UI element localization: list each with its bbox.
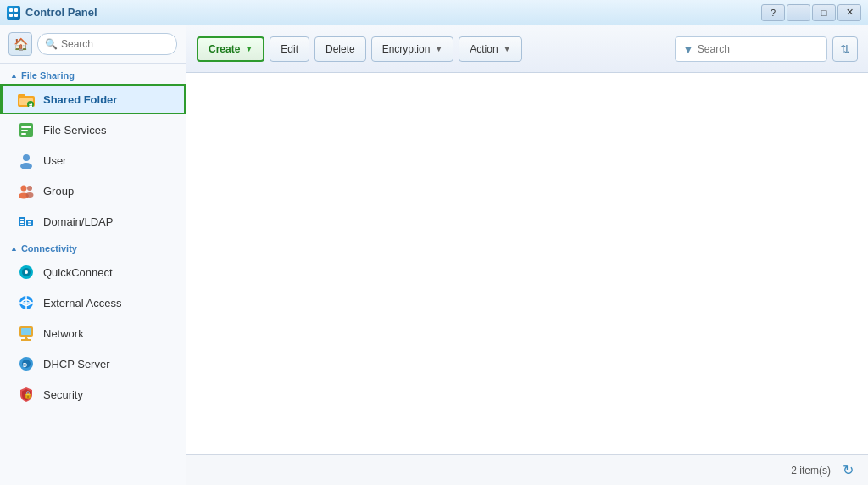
sidebar-top: 🏠 🔍 xyxy=(0,25,186,64)
svg-text:D: D xyxy=(23,362,27,368)
title-bar-left: Control Panel xyxy=(7,6,97,20)
search-icon: 🔍 xyxy=(45,38,58,50)
sidebar-item-dhcp-server-label: DHCP Server xyxy=(43,358,110,371)
svg-point-13 xyxy=(23,154,30,161)
external-access-icon xyxy=(18,294,35,311)
user-icon xyxy=(18,152,35,169)
section-file-sharing-label: File Sharing xyxy=(21,70,75,81)
sidebar-item-group[interactable]: Group xyxy=(0,176,186,206)
svg-rect-1 xyxy=(14,8,18,12)
svg-rect-2 xyxy=(9,14,13,17)
section-connectivity[interactable]: ▲ Connectivity xyxy=(0,237,186,257)
encryption-dropdown-arrow: ▼ xyxy=(435,45,442,53)
help-button[interactable]: ? xyxy=(761,4,785,21)
svg-rect-24 xyxy=(28,221,31,223)
sidebar-item-user[interactable]: User xyxy=(0,145,186,176)
title-bar: Control Panel ? — □ ✕ xyxy=(0,0,868,25)
sidebar-item-dhcp-server[interactable]: D DHCP Server xyxy=(0,348,186,379)
svg-point-17 xyxy=(27,186,32,191)
sidebar-item-quickconnect[interactable]: QuickConnect xyxy=(0,257,186,287)
chevron-up-icon: ▲ xyxy=(10,244,18,253)
main-container: 🏠 🔍 ▲ File Sharing ⇄ xyxy=(0,25,868,485)
sidebar-search-input[interactable] xyxy=(61,38,170,50)
sort-icon: ⇅ xyxy=(840,42,850,56)
svg-rect-10 xyxy=(21,126,31,128)
svg-rect-5 xyxy=(18,94,25,98)
filter-icon: ▼ xyxy=(682,42,694,56)
sidebar-item-file-services-label: File Services xyxy=(43,124,106,137)
create-dropdown-arrow: ▼ xyxy=(245,45,253,53)
sidebar: 🏠 🔍 ▲ File Sharing ⇄ xyxy=(0,25,186,485)
sidebar-item-security[interactable]: 🔒 Security xyxy=(0,379,186,410)
sidebar-item-shared-folder[interactable]: ⇄ Shared Folder xyxy=(0,84,186,114)
sidebar-item-security-label: Security xyxy=(43,388,83,401)
create-label: Create xyxy=(209,43,240,55)
home-button[interactable]: 🏠 xyxy=(8,32,32,56)
sort-button[interactable]: ⇅ xyxy=(832,36,858,62)
toolbar-search-box[interactable]: ▼ xyxy=(675,36,827,62)
security-icon: 🔒 xyxy=(18,386,35,403)
chevron-down-icon: ▲ xyxy=(10,71,18,80)
svg-rect-3 xyxy=(14,14,18,17)
sidebar-item-user-label: User xyxy=(43,154,66,167)
refresh-icon: ↻ xyxy=(843,462,854,478)
delete-button[interactable]: Delete xyxy=(314,36,366,62)
sidebar-item-file-services[interactable]: File Services xyxy=(0,114,186,145)
encryption-button[interactable]: Encryption ▼ xyxy=(371,36,454,62)
action-label: Action xyxy=(470,43,498,55)
maximize-button[interactable]: □ xyxy=(812,4,836,21)
minimize-button[interactable]: — xyxy=(787,4,810,21)
network-icon xyxy=(18,325,35,342)
svg-point-18 xyxy=(26,192,34,198)
window-title: Control Panel xyxy=(25,6,97,19)
group-icon xyxy=(18,182,35,199)
sidebar-search-box[interactable]: 🔍 xyxy=(37,33,177,55)
create-button[interactable]: Create ▼ xyxy=(197,36,264,62)
app-icon xyxy=(7,6,20,20)
svg-rect-11 xyxy=(21,130,28,131)
svg-rect-20 xyxy=(20,219,24,220)
close-button[interactable]: ✕ xyxy=(837,4,861,21)
sidebar-item-external-access[interactable]: External Access xyxy=(0,287,186,318)
svg-rect-0 xyxy=(9,8,13,12)
edit-label: Edit xyxy=(281,43,298,55)
status-bar: 2 item(s) ↻ xyxy=(186,454,868,485)
svg-rect-25 xyxy=(28,224,31,226)
toolbar-search-input[interactable] xyxy=(698,43,820,55)
quickconnect-icon xyxy=(18,264,35,281)
sidebar-item-group-label: Group xyxy=(43,185,74,198)
content-area: Create ▼ Edit Delete Encryption ▼ Action… xyxy=(186,25,868,485)
toolbar: Create ▼ Edit Delete Encryption ▼ Action… xyxy=(186,25,868,73)
sidebar-item-network-label: Network xyxy=(43,327,84,340)
content-panel xyxy=(186,73,868,454)
sidebar-item-quickconnect-label: QuickConnect xyxy=(43,266,113,279)
action-button[interactable]: Action ▼ xyxy=(459,36,521,62)
action-dropdown-arrow: ▼ xyxy=(504,45,511,53)
svg-rect-21 xyxy=(20,221,24,223)
refresh-button[interactable]: ↻ xyxy=(837,460,858,481)
folder-icon: ⇄ xyxy=(18,91,35,108)
svg-point-14 xyxy=(20,163,32,169)
sidebar-item-shared-folder-label: Shared Folder xyxy=(43,93,117,106)
sidebar-item-domain-ldap-label: Domain/LDAP xyxy=(43,215,113,228)
domain-icon xyxy=(18,213,35,230)
section-connectivity-label: Connectivity xyxy=(21,243,77,254)
svg-rect-12 xyxy=(21,133,26,135)
sidebar-item-domain-ldap[interactable]: Domain/LDAP xyxy=(0,206,186,237)
edit-button[interactable]: Edit xyxy=(270,36,309,62)
svg-rect-33 xyxy=(21,328,31,335)
delete-label: Delete xyxy=(326,43,355,55)
item-count: 2 item(s) xyxy=(791,465,831,477)
svg-rect-22 xyxy=(20,224,24,225)
encryption-label: Encryption xyxy=(382,43,431,55)
svg-point-15 xyxy=(21,186,27,192)
sidebar-item-external-access-label: External Access xyxy=(43,297,122,309)
section-file-sharing[interactable]: ▲ File Sharing xyxy=(0,64,186,84)
sidebar-item-network[interactable]: Network xyxy=(0,318,186,348)
dhcp-icon: D xyxy=(18,355,35,372)
window-controls: ? — □ ✕ xyxy=(761,4,861,21)
svg-text:🔒: 🔒 xyxy=(24,390,32,399)
file-services-icon xyxy=(18,121,35,138)
svg-point-28 xyxy=(25,270,28,274)
